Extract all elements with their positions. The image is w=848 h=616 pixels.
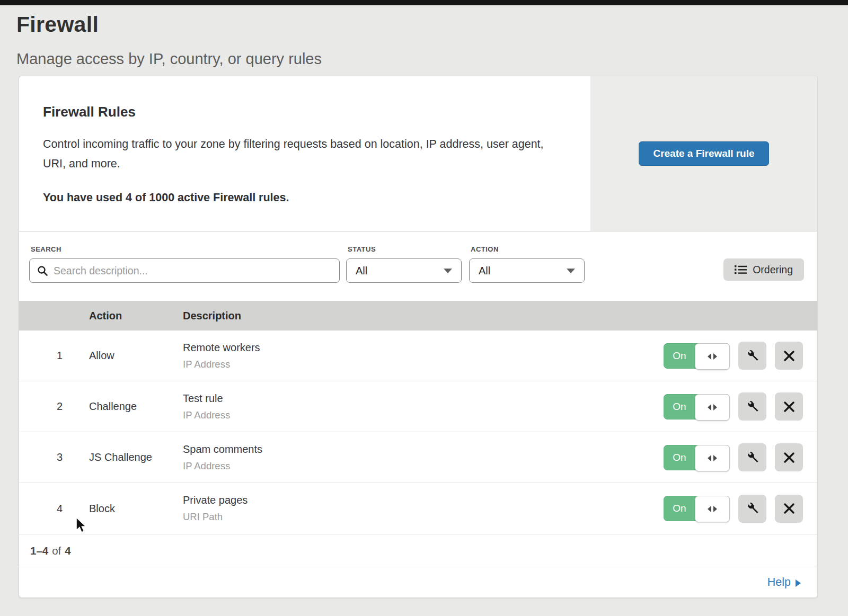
- toggle-state-label: On: [664, 395, 695, 419]
- toggle-right-arrow-icon: [713, 455, 717, 461]
- ordered-list-icon: [735, 265, 747, 274]
- rule-priority: 4: [19, 503, 89, 515]
- action-label: ACTION: [471, 245, 585, 253]
- search-label: SEARCH: [31, 245, 340, 253]
- status-selected-value: All: [356, 265, 367, 277]
- search-box[interactable]: [29, 258, 340, 283]
- rule-description-cell: Remote workers IP Address: [183, 342, 664, 370]
- rule-action: Challenge: [89, 400, 183, 413]
- page-header: Firewall Manage access by IP, country, o…: [0, 5, 848, 68]
- overview-description: Control incoming traffic to your zone by…: [43, 135, 552, 174]
- rule-priority: 3: [19, 451, 89, 463]
- rule-enabled-toggle[interactable]: On: [664, 343, 730, 369]
- toggle-handle[interactable]: [695, 445, 730, 471]
- rule-match-type: IP Address: [183, 409, 664, 421]
- description-column-header: Description: [183, 310, 664, 322]
- action-column-header: Action: [89, 310, 183, 322]
- status-select[interactable]: All: [346, 258, 462, 283]
- rule-enabled-toggle[interactable]: On: [664, 496, 730, 521]
- action-filter-group: ACTION All: [469, 245, 585, 283]
- rule-action: Allow: [89, 350, 183, 362]
- wrench-icon: [746, 350, 759, 362]
- status-filter-group: STATUS All: [346, 245, 462, 283]
- status-label: STATUS: [348, 245, 462, 253]
- chevron-down-icon: [567, 269, 575, 273]
- delete-rule-button[interactable]: [775, 495, 803, 523]
- rule-match-type: IP Address: [183, 359, 664, 370]
- toggle-left-arrow-icon: [708, 506, 711, 512]
- overview-text-panel: Firewall Rules Control incoming traffic …: [19, 76, 590, 231]
- search-filter-group: SEARCH: [29, 245, 340, 283]
- wrench-icon: [746, 400, 759, 413]
- delete-rule-button[interactable]: [775, 392, 803, 421]
- help-link[interactable]: Help: [767, 576, 801, 589]
- rule-usage-summary: You have used 4 of 1000 active Firewall …: [43, 191, 569, 204]
- window-top-strip: [0, 0, 848, 5]
- rule-controls: On: [664, 342, 817, 370]
- help-footer: Help: [19, 567, 817, 597]
- rule-action: Block: [89, 503, 183, 515]
- x-icon: [783, 452, 795, 463]
- rules-table-body: 1 Allow Remote workers IP Address On: [19, 331, 817, 534]
- toggle-right-arrow-icon: [713, 353, 717, 360]
- arrow-right-icon: [796, 579, 801, 587]
- edit-rule-button[interactable]: [738, 495, 766, 523]
- pagination-range: 1–4: [30, 544, 48, 557]
- firewall-rules-list-card: SEARCH STATUS All ACTION: [19, 231, 818, 598]
- rule-controls: On: [664, 495, 817, 523]
- rule-description-cell: Private pages URI Path: [183, 494, 664, 523]
- rule-enabled-toggle[interactable]: On: [664, 445, 730, 470]
- pagination-of: of: [52, 544, 61, 557]
- page-subtitle: Manage access by IP, country, or query r…: [16, 50, 848, 68]
- search-icon: [37, 265, 48, 276]
- wrench-icon: [746, 502, 759, 515]
- x-icon: [783, 503, 795, 514]
- toggle-state-label: On: [664, 445, 695, 470]
- x-icon: [783, 401, 795, 413]
- rule-description-cell: Spam comments IP Address: [183, 443, 664, 472]
- toggle-state-label: On: [664, 344, 695, 368]
- rule-match-type: IP Address: [183, 460, 664, 472]
- delete-rule-button[interactable]: [775, 342, 803, 370]
- rule-description: Remote workers: [183, 342, 664, 354]
- rule-description: Private pages: [183, 494, 664, 506]
- rule-description: Test rule: [183, 392, 664, 405]
- toggle-right-arrow-icon: [713, 404, 717, 410]
- create-rule-panel: Create a Firewall rule: [590, 76, 817, 231]
- search-input[interactable]: [54, 265, 332, 277]
- page-title: Firewall: [16, 12, 848, 37]
- rule-enabled-toggle[interactable]: On: [664, 394, 730, 419]
- action-select[interactable]: All: [469, 258, 585, 283]
- rule-priority: 2: [19, 400, 89, 413]
- x-icon: [783, 350, 795, 362]
- edit-rule-button[interactable]: [738, 392, 766, 421]
- toggle-handle[interactable]: [695, 343, 730, 370]
- edit-rule-button[interactable]: [738, 443, 766, 471]
- help-link-label: Help: [767, 576, 791, 589]
- filter-bar: SEARCH STATUS All ACTION: [19, 231, 817, 301]
- toggle-handle[interactable]: [695, 496, 730, 522]
- firewall-rule-row: 4 Block Private pages URI Path On: [19, 483, 817, 534]
- overview-heading: Firewall Rules: [43, 104, 569, 120]
- firewall-rules-overview-card: Firewall Rules Control incoming traffic …: [19, 76, 818, 231]
- rule-priority: 1: [19, 350, 89, 362]
- firewall-rule-row: 1 Allow Remote workers IP Address On: [19, 331, 817, 381]
- create-firewall-rule-button[interactable]: Create a Firewall rule: [639, 141, 768, 166]
- ordering-button[interactable]: Ordering: [723, 258, 804, 281]
- wrench-icon: [746, 451, 759, 464]
- ordering-button-label: Ordering: [753, 264, 793, 276]
- toggle-handle[interactable]: [695, 394, 730, 421]
- firewall-rule-row: 3 JS Challenge Spam comments IP Address …: [19, 432, 817, 483]
- rules-table-header: Action Description: [19, 301, 817, 331]
- chevron-down-icon: [444, 269, 452, 273]
- toggle-right-arrow-icon: [713, 506, 717, 512]
- edit-rule-button[interactable]: [738, 342, 766, 370]
- rule-action: JS Challenge: [89, 451, 183, 463]
- rule-description-cell: Test rule IP Address: [183, 392, 664, 421]
- delete-rule-button[interactable]: [775, 443, 803, 471]
- pagination-row: 1–4 of 4: [19, 534, 817, 567]
- action-selected-value: All: [479, 265, 490, 277]
- rule-controls: On: [664, 443, 817, 471]
- firewall-rule-row: 2 Challenge Test rule IP Address On: [19, 381, 817, 432]
- toggle-left-arrow-icon: [708, 404, 711, 410]
